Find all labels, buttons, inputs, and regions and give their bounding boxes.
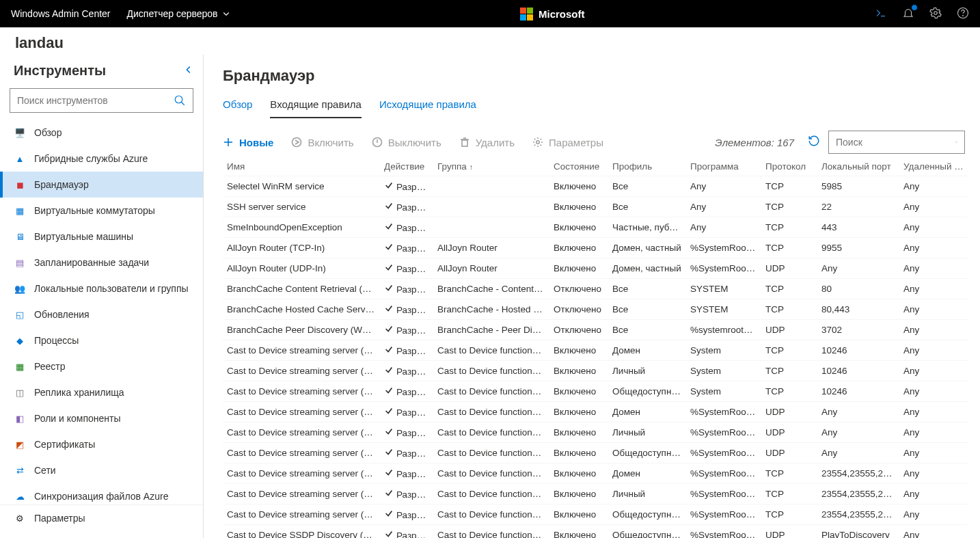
powershell-icon[interactable] [875,7,887,21]
cell-program: SYSTEM [686,279,761,299]
table-row[interactable]: Cast to Device streaming server (RTSP… Р… [223,484,968,505]
column-header[interactable]: Удаленный порт [899,157,968,176]
settings-button[interactable]: Параметры [532,137,603,148]
check-icon [384,324,394,334]
table-row[interactable]: AllJoyn Router (UDP-In) Разре… AllJoyn R… [223,258,968,279]
collapse-sidebar-icon[interactable] [184,65,193,77]
column-header[interactable]: Имя [223,157,380,176]
tab[interactable]: Исходящие правила [379,98,476,118]
table-row[interactable]: Cast to Device streaming server (RTCP… Р… [223,402,968,422]
sidebar-item[interactable]: ▦ Реестр [0,353,203,379]
table-row[interactable]: Cast to Device streaming server (RTSP… Р… [223,505,968,525]
table-search-input[interactable] [836,137,955,148]
cell-rport: Any [899,422,968,443]
refresh-icon[interactable] [808,135,820,150]
cell-profile: Общедоступные [608,443,686,463]
sidebar-item[interactable]: ◆ Процессы [0,327,203,353]
table-row[interactable]: Cast to Device streaming server (HTTP… Р… [223,361,968,381]
cell-action: Разре… [380,463,433,484]
table-row[interactable]: Cast to Device SSDP Discovery (UDP-In) Р… [223,525,968,539]
cell-rport: Any [899,258,968,279]
check-icon [384,365,394,375]
tab[interactable]: Обзор [223,98,252,118]
product-name[interactable]: Windows Admin Center [11,8,111,19]
tool-search-input[interactable] [17,95,174,106]
sidebar-item[interactable]: ☁ Синхронизация файлов Azure [0,483,203,505]
cell-action: Разре… [380,320,433,340]
tool-search[interactable] [10,88,193,113]
microsoft-logo-icon [520,8,533,21]
table-row[interactable]: Cast to Device streaming server (RTCP… Р… [223,443,968,463]
table-row[interactable]: BranchCache Peer Discovery (WSD-In) Разр… [223,320,968,340]
cell-profile: Домен, частный [608,238,686,258]
sidebar-item[interactable]: ▤ Запланированные задачи [0,250,203,275]
table-search[interactable] [828,131,965,154]
cell-rport: Any [899,238,968,258]
cell-group: Cast to Device functionality [433,422,549,443]
cell-state: Включено [549,505,608,525]
sidebar-item[interactable]: 🖥 Виртуальные машины [0,224,203,250]
tab[interactable]: Входящие правила [270,98,362,118]
svg-line-5 [181,102,185,105]
delete-button[interactable]: Удалить [459,137,515,148]
table-row[interactable]: SSH server service Разре… Включено Все A… [223,197,968,217]
chevron-down-icon [222,10,230,18]
sidebar-item-label: Сети [34,465,56,476]
cell-name: Cast to Device streaming server (HTTP… [223,361,380,381]
table-row[interactable]: AllJoyn Router (TCP-In) Разре… AllJoyn R… [223,238,968,258]
new-button[interactable]: Новые [223,137,273,148]
brand-text: Microsoft [539,8,585,20]
cell-action: Разре… [380,258,433,279]
cell-name: Cast to Device streaming server (HTTP… [223,340,380,361]
sidebar-item[interactable]: ◫ Реплика хранилища [0,379,203,405]
disable-button[interactable]: Выключить [372,137,441,148]
sidebar-item[interactable]: ◱ Обновления [0,301,203,327]
column-header[interactable]: Протокол [761,157,817,176]
table-row[interactable]: Cast to Device streaming server (RTSP… Р… [223,463,968,484]
column-header[interactable]: Профиль [608,157,686,176]
notification-badge [911,4,918,11]
delete-button-label: Удалить [476,137,515,148]
cell-action: Разре… [380,422,433,443]
table-row[interactable]: SmeInboundOpenException Разре… Включено … [223,217,968,238]
sidebar-item[interactable]: ⇄ Сети [0,457,203,483]
cell-lport: 23554,23555,23556 [817,484,899,505]
tool-icon: ◩ [14,438,26,450]
table-row[interactable]: Cast to Device streaming server (HTTP… Р… [223,340,968,361]
sidebar-item[interactable]: ◧ Роли и компоненты [0,405,203,431]
cell-state: Включено [549,443,608,463]
sidebar-item[interactable]: ◩ Сертификаты [0,431,203,457]
column-header[interactable]: Состояние [549,157,608,176]
page-title: Брандмауэр [223,67,980,85]
cell-state: Включено [549,402,608,422]
cell-state: Включено [549,176,608,197]
sidebar-item-label: Обзор [34,127,62,138]
cell-lport: 80,443 [817,299,899,320]
cell-action: Разре… [380,381,433,402]
notifications-icon[interactable] [902,7,914,21]
table-row[interactable]: Cast to Device streaming server (RTCP… Р… [223,422,968,443]
sidebar-item-label: Брандмауэр [34,179,89,190]
settings-icon[interactable] [929,7,942,21]
sidebar-item-settings[interactable]: ⚙ Параметры [0,505,203,531]
table-row[interactable]: BranchCache Hosted Cache Server (H… Разр… [223,299,968,320]
table-row[interactable]: Selectel WinRM service Разре… Включено В… [223,176,968,197]
cell-action: Разре… [380,484,433,505]
sidebar-item[interactable]: ▲ Гибридные службы Azure [0,146,203,172]
cell-protocol: UDP [761,320,817,340]
sidebar-item[interactable]: 🖥️ Обзор [0,120,203,146]
sidebar-item[interactable]: 👥 Локальные пользователи и группы [0,275,203,301]
cell-protocol: TCP [761,299,817,320]
cell-profile: Общедоступные [608,381,686,402]
connection-type-menu[interactable]: Диспетчер серверов [127,8,230,19]
column-header[interactable]: Группа↑ [433,157,549,176]
sidebar-item[interactable]: ▦ Виртуальные коммутаторы [0,198,203,224]
table-row[interactable]: Cast to Device streaming server (HTTP… Р… [223,381,968,402]
table-row[interactable]: BranchCache Content Retrieval (HTTP-… Ра… [223,279,968,299]
sidebar-item[interactable]: ◼ Брандмауэр [0,172,203,198]
column-header[interactable]: Программа [686,157,761,176]
column-header[interactable]: Локальный порт [817,157,899,176]
enable-button[interactable]: Включить [291,137,353,148]
column-header[interactable]: Действие [380,157,433,176]
help-icon[interactable] [957,7,969,21]
